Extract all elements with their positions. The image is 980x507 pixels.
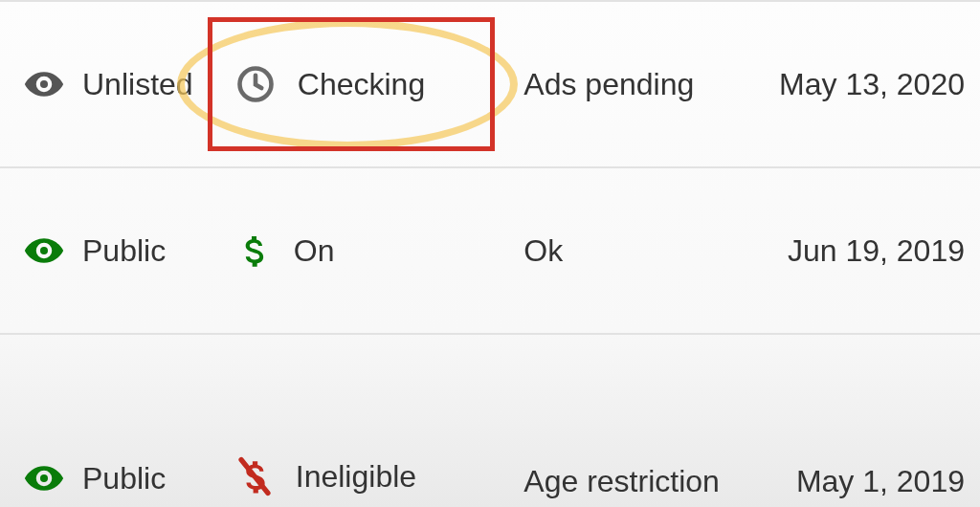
restriction-cell: Ads pending — [518, 1, 773, 167]
table-row[interactable]: PublicIneligibleAge restrictionMay 1, 20… — [0, 334, 980, 507]
date-cell: May 1, 2019 — [773, 334, 980, 507]
visibility-cell: Public — [0, 167, 229, 334]
eye-icon — [23, 457, 65, 499]
restriction-label: Age restriction — [523, 464, 720, 498]
date-label: May 13, 2020 — [779, 67, 965, 101]
monetization-label: Ineligible — [296, 459, 416, 495]
date-label: May 1, 2019 — [796, 464, 965, 498]
svg-point-3 — [40, 474, 48, 482]
restriction-cell: Age restriction — [518, 334, 773, 507]
visibility-label: Public — [82, 233, 166, 269]
table-row[interactable]: PublicOnOkJun 19, 2019 — [0, 167, 980, 334]
video-list-table: UnlistedCheckingAds pendingMay 13, 2020P… — [0, 0, 980, 507]
dollar-icon — [234, 229, 273, 273]
monetization-cell: Checking — [229, 1, 519, 167]
date-cell: Jun 19, 2019 — [773, 167, 980, 334]
monetization-cell: On — [229, 167, 519, 334]
visibility-label: Public — [82, 461, 166, 496]
visibility-label: Unlisted — [82, 67, 193, 102]
monetization-cell: Ineligible — [229, 334, 519, 507]
monetization-label: Checking — [298, 67, 425, 102]
dollar-strike-icon — [234, 453, 275, 499]
visibility-cell: Unlisted — [0, 1, 229, 167]
date-label: Jun 19, 2019 — [788, 233, 965, 268]
eye-icon — [23, 63, 65, 105]
restriction-cell: Ok — [518, 167, 773, 334]
eye-icon — [23, 230, 65, 272]
restriction-label: Ads pending — [523, 67, 694, 101]
restriction-label: Ok — [523, 233, 563, 268]
clock-icon — [234, 63, 277, 105]
svg-point-0 — [40, 80, 48, 88]
date-cell: May 13, 2020 — [773, 1, 980, 167]
table-row[interactable]: UnlistedCheckingAds pendingMay 13, 2020 — [0, 1, 980, 167]
visibility-cell: Public — [0, 334, 229, 507]
svg-point-2 — [40, 247, 48, 254]
monetization-label: On — [294, 233, 335, 269]
